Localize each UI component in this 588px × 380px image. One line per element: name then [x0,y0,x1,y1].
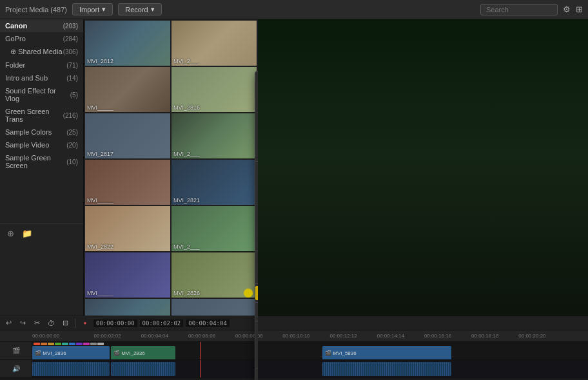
ruler-mark: 00:00:20:20 [509,333,556,339]
ctx-delete[interactable]: Delete Del [255,117,258,131]
cursor-indicator [244,289,253,298]
playhead[interactable] [200,342,201,359]
audio-clip[interactable] [111,362,175,376]
audio-track-content[interactable] [32,360,588,377]
sidebar-item-sample-green[interactable]: Sample Green Screen (10) [0,151,83,172]
sidebar-item-sample-colors[interactable]: Sample Colors (25) [0,126,83,138]
ruler-mark: 00:00:14:14 [367,333,414,339]
panel-footer: ⊕ 📁 [0,223,83,242]
thumb-label: MVI_2826 [173,290,200,296]
audio-clip[interactable] [322,362,451,376]
ctx-paste[interactable]: Paste Ctrl+V [255,102,258,117]
ruler-marks: 00:00:00:00 00:00:02:02 00:00:04:04 00:0… [32,333,556,339]
sidebar-item-label: Sample Colors [5,128,52,136]
media-thumb[interactable]: MVI_2821 [172,160,257,205]
media-thumb[interactable]: MVI_2817 [85,113,170,158]
ctx-ripple-delete[interactable]: Ripple Delete Shift+Del [255,131,258,145]
grid-icon[interactable]: ⊞ [576,5,583,14]
sidebar-item-folder[interactable]: Folder (71) [0,59,83,71]
ctx-delete-effect[interactable]: Delete Effect [255,352,258,366]
audio-clip[interactable] [32,362,110,376]
ctx-add-animation[interactable]: Add Animation [255,253,258,267]
ctx-clear-keyframes[interactable]: Clear All Keyframes [255,267,258,281]
sidebar-item-label: Canon [5,22,27,30]
sidebar-item-label: Green Screen Trans [5,108,63,123]
ctx-enable-snap[interactable]: ✓ Enable Timeline Snap [255,370,258,380]
media-thumb[interactable]: MVI_2816 [172,67,257,112]
ctx-color-match[interactable]: Color Match Alt+M [255,305,258,319]
ctx-copy[interactable]: Copy Ctrl+C [255,88,258,102]
align-icon[interactable]: ⊟ [59,318,71,329]
undo-button[interactable]: ↩ [3,318,14,329]
ctx-close-gap[interactable]: Close Gap Alt+Del [255,145,258,159]
media-thumb[interactable]: MVI_____ [85,67,170,112]
media-thumb[interactable]: MVI_____ [85,160,170,205]
sidebar-item-intro-sub[interactable]: Intro and Sub (14) [0,71,83,84]
waveform [322,362,451,376]
import-button[interactable]: Import ▾ [72,3,113,15]
folder-icon[interactable]: 📁 [21,227,34,240]
ctx-color-effect[interactable]: Color Effect Ctrl+Alt+C [255,323,258,337]
sidebar-item-count: (10) [66,158,78,166]
media-grid: MVI_2812 MVI_2___ MVI_____ MVI_2816 MVI_… [84,19,258,345]
ctx-crop-to-fit[interactable]: Crop to Fit [255,178,258,192]
video-track-content[interactable]: 🎬 MVI_2836 🎬 MVI_2836 🎬 MVI_5836 [32,342,588,359]
media-thumb[interactable]: MVI_____ [85,252,170,298]
timeline-clip[interactable]: 🎬 MVI_5836 [322,346,451,359]
sidebar-item-shared-media[interactable]: ⊕ Shared Media (306) [0,45,83,59]
thumb-label: MVI_____ [87,290,113,296]
thumb-label: MVI_____ [87,197,113,204]
import-dropdown-arrow: ▾ [102,5,106,14]
ctx-cut[interactable]: Cut Ctrl+X [255,74,258,88]
sidebar-item-gopro[interactable]: GoPro (284) [0,32,83,45]
ctx-beat-audio[interactable]: Beat Audio [255,286,258,300]
record-dropdown-arrow: ▾ [151,5,155,14]
thumb-label: MVI_2812 [87,58,113,64]
timeline-clip[interactable]: 🎬 MVI_2836 [111,346,175,359]
current-time-display: 00:00:00:00 [93,319,137,327]
sidebar-item-label: Sound Effect for Vlog [5,87,70,102]
clock-icon[interactable]: ⏱ [45,318,57,329]
ctx-duration[interactable]: Duration [255,192,258,206]
search-input[interactable] [480,4,558,15]
ctx-group[interactable]: Group Ctrl+G [255,220,258,234]
record-button[interactable]: Record ▾ [118,3,161,15]
sidebar-item-label: GoPro [5,35,26,43]
thumb-label: MVI_2821 [173,197,200,204]
filter-icon[interactable]: ⚙ [563,5,571,14]
color-mark [55,343,61,345]
sidebar-item-count: (216) [63,112,78,119]
scissors-icon[interactable]: ✂ [31,318,43,329]
clip-label: 🎬 MVI_5836 [325,350,357,356]
audio-icon: 🔊 [12,365,20,372]
media-thumb[interactable]: MVI_2812 [85,21,170,66]
sidebar-item-count: (14) [66,75,78,82]
ctx-mute[interactable]: Mute Ctrl+Shift+M [255,206,258,220]
add-folder-icon[interactable]: ⊕ [4,227,17,240]
ruler-mark: 00:00:18:18 [462,333,509,339]
project-media-title: Project Media (487) [5,6,67,14]
color-mark [83,343,90,345]
ctx-split[interactable]: Split Ctrl+B [255,164,258,178]
thumb-label: MVI_2816 [173,104,200,111]
sidebar-item-green-screen[interactable]: Green Screen Trans (216) [0,105,83,126]
sidebar-item-canon[interactable]: Canon (203) [0,19,83,32]
redo-button[interactable]: ↪ [17,318,28,329]
sidebar-item-count: (20) [66,142,78,149]
thumb-label: MVI_2___ [173,151,200,157]
ctx-separator-6 [255,368,258,368]
sidebar-item-count: (25) [66,129,78,136]
audio-track-row: 🔊 [0,360,588,378]
ctx-paste-effect[interactable]: Paste Effect Ctrl+Alt+V [255,337,258,352]
waveform [111,362,175,376]
sidebar-item-sound-effect[interactable]: Sound Effect for Vlog (5) [0,84,83,105]
sidebar-item-sample-video[interactable]: Sample Video (20) [0,138,83,151]
media-thumb[interactable]: MVI_2___ [172,113,257,158]
media-thumb[interactable]: MVI_2822 [85,206,170,251]
timeline-clip[interactable]: 🎬 MVI_2836 [32,346,110,359]
thumb-label: MVI_2___ [173,58,200,64]
media-thumb[interactable]: MVI_2___ [172,21,257,66]
color-mark [34,343,40,345]
ctx-ungroup[interactable]: Ungroup Ctrl+Alt+G [255,234,258,249]
media-thumb[interactable]: MVI_2___ [172,206,257,251]
